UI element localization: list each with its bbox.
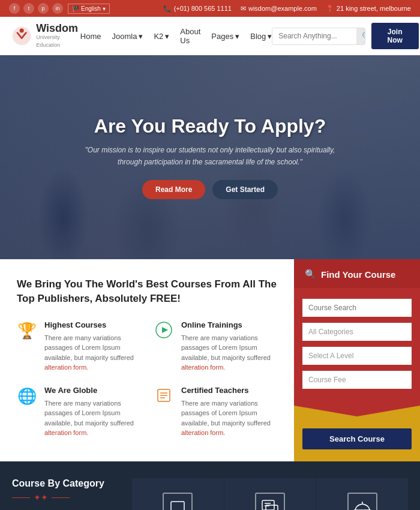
hard-hat-icon: [347, 493, 377, 510]
lang-arrow: ▾: [103, 5, 106, 12]
feature-highest-courses: 🏆 Highest Courses There are many variati…: [17, 320, 140, 373]
main-nav: Home Joomla ▾ K2 ▾ About Us Pages ▾ Blog…: [80, 27, 272, 45]
feature-link[interactable]: alteration form.: [181, 364, 225, 371]
feature-globle: 🌐 We Are Globle There are many variation…: [17, 386, 140, 438]
phone-info: 📞 (+01) 800 565 1111: [163, 5, 232, 13]
hero-subtitle: "Our mission is to inspire our students …: [84, 145, 336, 167]
social-links: f t p in: [9, 3, 63, 14]
feature-link[interactable]: alteration form.: [44, 429, 88, 436]
feature-text-highest: Highest Courses There are many variation…: [44, 320, 140, 373]
email-icon: ✉: [241, 5, 246, 13]
bottom-left: Course By Category ✦✦ There many variati…: [12, 478, 132, 510]
search-box: 🔍: [272, 28, 365, 45]
bottom-section: Course By Category ✦✦ There many variati…: [0, 461, 420, 510]
logo[interactable]: Wisdom University Education: [12, 23, 80, 49]
search-button[interactable]: 🔍: [356, 28, 365, 44]
feature-desc: There are many variations passages of Lo…: [181, 333, 277, 373]
category-card-communication[interactable]: Communication Look at the sunset, life i…: [316, 478, 408, 510]
trophy-icon: 🏆: [17, 322, 37, 342]
hero-content: Are You Ready To Apply? "Our mission is …: [60, 115, 360, 199]
divider-right: [52, 497, 70, 498]
get-started-button[interactable]: Get Started: [212, 180, 278, 199]
features-grid: 🏆 Highest Courses There are many variati…: [17, 320, 277, 438]
feature-text-globle: We Are Globle There are many variations …: [44, 386, 140, 438]
find-course-body: All Categories Arts Science Technology S…: [294, 288, 420, 406]
top-bar: f t p in 🏴 English ▾ 📞 (+01) 800 565 111…: [0, 0, 420, 17]
dropdown-arrow: ▾: [165, 32, 169, 41]
phone-icon: 📞: [163, 5, 172, 13]
fee-select[interactable]: Course Fee Free Paid Premium: [302, 371, 412, 389]
course-search-input[interactable]: [302, 299, 412, 317]
feature-certified: Certified Teachers There are many variat…: [154, 386, 277, 438]
feature-desc: There are many variations passages of Lo…: [44, 398, 140, 438]
language-selector[interactable]: 🏴 English ▾: [68, 4, 110, 14]
category-select[interactable]: All Categories Arts Science Technology: [302, 323, 412, 341]
find-course-panel: 🔍 Find Your Course All Categories Arts S…: [294, 259, 420, 461]
logo-subtitle: University Education: [36, 34, 80, 49]
twitter-icon[interactable]: t: [23, 3, 34, 14]
category-section-title: Course By Category: [12, 478, 132, 489]
main-heading: We Bring You The World's Best Courses Fr…: [17, 277, 277, 306]
header: Wisdom University Education Home Joomla …: [0, 17, 420, 55]
location-icon: 📍: [326, 5, 334, 13]
nav-home[interactable]: Home: [80, 32, 101, 41]
search-input[interactable]: [272, 28, 356, 44]
bottom-layout: Course By Category ✦✦ There many variati…: [12, 478, 408, 510]
dropdown-arrow: ▾: [235, 32, 239, 41]
header-right: 🔍 Join Now: [272, 23, 418, 49]
level-select[interactable]: Select A Level Beginner Intermediate Adv…: [302, 347, 412, 365]
join-now-button[interactable]: Join Now: [371, 23, 419, 49]
svg-marker-3: [162, 327, 168, 333]
panel-accent: [294, 406, 420, 416]
feature-desc: There are many variations passages of Lo…: [181, 398, 277, 438]
hero-section: Are You Ready To Apply? "Our mission is …: [0, 55, 420, 259]
linkedin-icon[interactable]: in: [52, 3, 63, 14]
main-left: We Bring You The World's Best Courses Fr…: [0, 259, 294, 461]
email-info: ✉ wisdom@example.com: [241, 5, 317, 13]
nav-k2[interactable]: K2 ▾: [154, 32, 169, 41]
nav-pages[interactable]: Pages ▾: [211, 32, 239, 41]
category-card-labore[interactable]: Labore et dolor Look at the sunset, life…: [224, 478, 317, 510]
laptop-icon: [163, 493, 193, 510]
find-course-footer: Search Course: [294, 416, 420, 461]
pinterest-icon[interactable]: p: [38, 3, 49, 14]
category-card-adipisci[interactable]: Adipisci velit Look at the sunset, life …: [132, 478, 224, 510]
dropdown-arrow: ▾: [139, 32, 143, 41]
feature-title: We Are Globle: [44, 386, 140, 395]
divider-ornament: ✦✦: [34, 493, 48, 502]
find-course-title: 🔍 Find Your Course: [305, 269, 409, 280]
play-icon: [154, 322, 174, 342]
find-course-form: All Categories Arts Science Technology S…: [302, 299, 412, 395]
find-course-header: 🔍 Find Your Course: [294, 259, 420, 288]
main-section: We Bring You The World's Best Courses Fr…: [0, 259, 420, 461]
chat-icon: [255, 493, 285, 510]
hero-title: Are You Ready To Apply?: [84, 115, 336, 137]
feature-title: Highest Courses: [44, 320, 140, 329]
hero-buttons: Read More Get Started: [84, 180, 336, 199]
feature-online-trainings: Online Trainings There are many variatio…: [154, 320, 277, 373]
divider-left: [12, 497, 30, 498]
category-cards: Adipisci velit Look at the sunset, life …: [132, 478, 408, 510]
feature-desc: There are many variations passages of Lo…: [44, 333, 140, 373]
address-info: 📍 21 king street, melbourne: [326, 5, 411, 13]
nav-blog[interactable]: Blog ▾: [250, 32, 272, 41]
feature-link[interactable]: alteration form.: [44, 364, 88, 371]
lang-label: English: [81, 5, 101, 12]
nav-joomla[interactable]: Joomla ▾: [112, 32, 143, 41]
feature-link[interactable]: alteration form.: [181, 429, 225, 436]
feature-text-certified: Certified Teachers There are many variat…: [181, 386, 277, 438]
svg-point-1: [20, 28, 24, 32]
logo-icon: [12, 25, 31, 47]
top-bar-left: f t p in 🏴 English ▾: [9, 3, 110, 14]
svg-rect-8: [171, 502, 184, 510]
read-more-button[interactable]: Read More: [142, 180, 205, 199]
logo-text: Wisdom University Education: [36, 23, 80, 49]
facebook-icon[interactable]: f: [9, 3, 20, 14]
search-course-button[interactable]: Search Course: [302, 428, 412, 449]
top-bar-right: 📞 (+01) 800 565 1111 ✉ wisdom@example.co…: [163, 5, 411, 13]
logo-name: Wisdom: [36, 23, 80, 34]
feature-title: Online Trainings: [181, 320, 277, 329]
dropdown-arrow: ▾: [268, 32, 272, 41]
feature-text-online: Online Trainings There are many variatio…: [181, 320, 277, 373]
nav-about[interactable]: About Us: [180, 27, 200, 45]
